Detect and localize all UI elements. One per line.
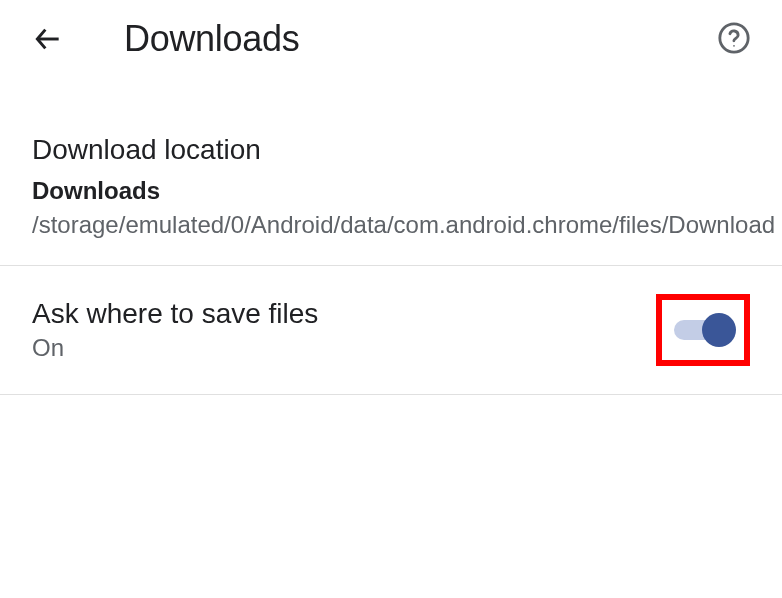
back-button[interactable] <box>28 19 68 59</box>
ask-save-status: On <box>32 334 318 362</box>
ask-save-section: Ask where to save files On <box>0 266 782 395</box>
ask-save-title: Ask where to save files <box>32 298 318 330</box>
download-location-section[interactable]: Download location Downloads /storage/emu… <box>0 78 782 266</box>
help-icon <box>717 21 751 55</box>
header: Downloads <box>0 0 782 78</box>
ask-save-toggle[interactable] <box>674 318 732 342</box>
help-button[interactable] <box>714 18 754 58</box>
svg-point-1 <box>720 24 748 52</box>
back-arrow-icon <box>32 23 64 55</box>
download-folder-name: Downloads <box>32 177 160 204</box>
highlight-box <box>656 294 750 366</box>
download-folder-path: /storage/emulated/0/Android/data/com.and… <box>32 211 775 238</box>
page-title: Downloads <box>124 18 299 60</box>
download-location-title: Download location <box>32 134 750 166</box>
svg-point-2 <box>733 45 735 47</box>
ask-save-label-group: Ask where to save files On <box>32 298 318 362</box>
download-location-path: Downloads /storage/emulated/0/Android/da… <box>32 174 750 241</box>
toggle-thumb <box>702 313 736 347</box>
